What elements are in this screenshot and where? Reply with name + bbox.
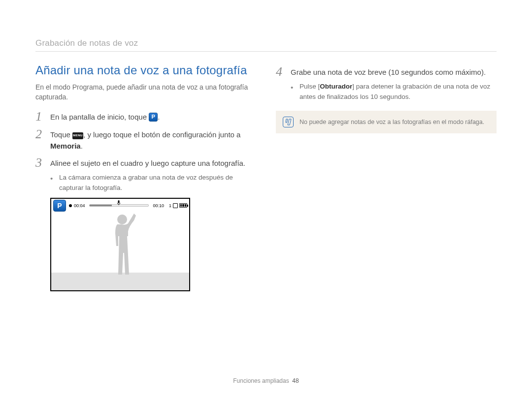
step2-bold: Memoria — [50, 142, 81, 150]
step-2: 2 Toque , y luego toque el botón de conf… — [35, 128, 256, 152]
svg-point-2 — [117, 215, 127, 224]
step-text: Toque , y luego toque el botón de config… — [50, 128, 256, 152]
note-box: No puede agregar notas de voz a las foto… — [276, 111, 497, 133]
step1-pre: En la pantalla de inicio, toque — [50, 113, 149, 121]
bullet-icon: • — [50, 173, 59, 193]
step-number: 3 — [35, 156, 50, 169]
person-silhouette-icon — [106, 212, 141, 276]
step-number: 4 — [276, 65, 291, 78]
shots-remaining: 1 — [169, 203, 171, 208]
step-number: 2 — [35, 128, 50, 141]
step-text: Grabe una nota de voz breve (10 segundos… — [291, 65, 497, 102]
step1-post: . — [158, 113, 160, 121]
step3-sub: • La cámara comienza a grabar una nota d… — [50, 173, 256, 193]
camera-screenshot: P 00:04 00:10 1 — [50, 198, 190, 291]
step4-text: Grabe una nota de voz breve (10 segundos… — [291, 68, 486, 76]
column-right: 4 Grabe una nota de voz breve (10 segund… — [276, 63, 497, 291]
page-title: Añadir una nota de voz a una fotografía — [35, 63, 256, 77]
note-icon — [283, 117, 294, 127]
camera-topbar: P 00:04 00:10 1 — [51, 199, 189, 213]
camera-status-right: 1 — [169, 203, 187, 208]
camera-viewport — [51, 213, 189, 290]
footer-section: Funciones ampliadas — [233, 377, 289, 384]
svg-rect-0 — [118, 200, 120, 203]
breadcrumb: Grabación de notas de voz — [35, 38, 497, 48]
step3-sub-text: La cámara comienza a grabar una nota de … — [59, 173, 256, 193]
menu-icon — [72, 132, 83, 139]
footer-page-number: 48 — [292, 377, 299, 384]
step2-mid: , y luego toque el botón de configuració… — [83, 130, 240, 139]
s4-sub-pre: Pulse [ — [299, 83, 320, 90]
step4-sub-text: Pulse [Obturador] para detener la grabac… — [299, 82, 497, 102]
divider — [35, 51, 497, 52]
step2-pre: Toque — [50, 130, 72, 139]
time-total: 00:10 — [153, 203, 164, 208]
microphone-icon — [117, 200, 121, 206]
memory-card-icon — [173, 203, 178, 208]
intro-text: En el modo Programa, puede añadir una no… — [35, 82, 256, 102]
step2-post: . — [81, 142, 83, 150]
time-elapsed: 00:04 — [74, 203, 85, 208]
battery-icon — [179, 203, 187, 208]
step-text: En la pantalla de inicio, toque . — [50, 110, 160, 123]
s4-sub-bold: Obturador — [320, 83, 352, 90]
step3-text: Alinee el sujeto en el cuadro y luego ca… — [50, 159, 245, 167]
note-text: No puede agregar notas de voz a las foto… — [299, 119, 484, 125]
record-dot-icon — [69, 204, 72, 207]
step-number: 1 — [35, 110, 50, 123]
step-3: 3 Alinee el sujeto en el cuadro y luego … — [35, 156, 256, 193]
page-footer: Funciones ampliadas 48 — [0, 377, 532, 384]
progress-fill — [90, 205, 112, 206]
step4-sub: • Pulse [Obturador] para detener la grab… — [291, 82, 497, 102]
bullet-icon: • — [291, 82, 299, 102]
step-1: 1 En la pantalla de inicio, toque . — [35, 110, 256, 123]
progress-bar — [89, 204, 149, 207]
step-4: 4 Grabe una nota de voz breve (10 segund… — [276, 65, 497, 102]
step-text: Alinee el sujeto en el cuadro y luego ca… — [50, 156, 256, 193]
program-mode-icon — [149, 113, 158, 122]
program-mode-badge: P — [53, 200, 66, 212]
column-left: Añadir una nota de voz a una fotografía … — [35, 63, 256, 291]
